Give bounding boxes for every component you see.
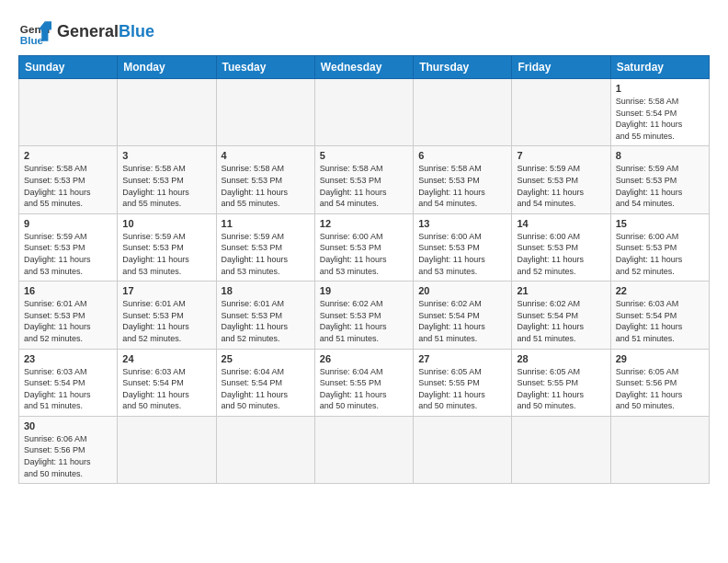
week-row-4: 23Sunrise: 6:03 AM Sunset: 5:54 PM Dayli… bbox=[19, 349, 710, 416]
day-number: 19 bbox=[320, 285, 408, 296]
day-number: 15 bbox=[616, 218, 704, 229]
weekday-saturday: Saturday bbox=[610, 56, 709, 79]
day-number: 2 bbox=[24, 150, 112, 161]
day-info: Sunrise: 5:58 AM Sunset: 5:53 PM Dayligh… bbox=[418, 163, 506, 209]
week-row-5: 30Sunrise: 6:06 AM Sunset: 5:56 PM Dayli… bbox=[19, 416, 710, 483]
weekday-thursday: Thursday bbox=[414, 56, 512, 79]
calendar-table: SundayMondayTuesdayWednesdayThursdayFrid… bbox=[18, 55, 710, 484]
day-info: Sunrise: 5:58 AM Sunset: 5:53 PM Dayligh… bbox=[222, 163, 310, 209]
calendar-cell: 14Sunrise: 6:00 AM Sunset: 5:53 PM Dayli… bbox=[512, 213, 610, 281]
day-info: Sunrise: 5:58 AM Sunset: 5:54 PM Dayligh… bbox=[616, 96, 704, 142]
calendar-cell: 1Sunrise: 5:58 AM Sunset: 5:54 PM Daylig… bbox=[610, 79, 709, 146]
day-number: 29 bbox=[616, 353, 704, 364]
calendar-cell: 26Sunrise: 6:04 AM Sunset: 5:55 PM Dayli… bbox=[314, 349, 413, 416]
header: General Blue GeneralBlue bbox=[18, 15, 710, 48]
calendar-cell: 2Sunrise: 5:58 AM Sunset: 5:53 PM Daylig… bbox=[19, 146, 118, 213]
day-info: Sunrise: 6:00 AM Sunset: 5:53 PM Dayligh… bbox=[616, 231, 704, 277]
calendar-cell: 7Sunrise: 5:59 AM Sunset: 5:53 PM Daylig… bbox=[512, 146, 610, 213]
day-number: 11 bbox=[222, 218, 310, 229]
day-number: 28 bbox=[517, 353, 605, 364]
weekday-monday: Monday bbox=[118, 56, 216, 79]
day-number: 13 bbox=[418, 218, 506, 229]
calendar-cell: 25Sunrise: 6:04 AM Sunset: 5:54 PM Dayli… bbox=[216, 349, 314, 416]
calendar-cell: 27Sunrise: 6:05 AM Sunset: 5:55 PM Dayli… bbox=[414, 349, 512, 416]
calendar-cell bbox=[314, 79, 413, 146]
day-number: 21 bbox=[517, 285, 605, 296]
day-number: 25 bbox=[222, 353, 310, 364]
calendar-cell: 11Sunrise: 5:59 AM Sunset: 5:53 PM Dayli… bbox=[216, 213, 314, 281]
calendar-cell: 20Sunrise: 6:02 AM Sunset: 5:54 PM Dayli… bbox=[414, 282, 512, 349]
calendar-cell bbox=[216, 79, 314, 146]
day-info: Sunrise: 5:58 AM Sunset: 5:53 PM Dayligh… bbox=[320, 163, 408, 209]
week-row-0: 1Sunrise: 5:58 AM Sunset: 5:54 PM Daylig… bbox=[19, 79, 710, 146]
day-info: Sunrise: 6:00 AM Sunset: 5:53 PM Dayligh… bbox=[418, 231, 506, 277]
calendar-cell bbox=[216, 416, 314, 483]
day-number: 6 bbox=[418, 150, 506, 161]
calendar-cell: 17Sunrise: 6:01 AM Sunset: 5:53 PM Dayli… bbox=[118, 282, 216, 349]
calendar-cell: 24Sunrise: 6:03 AM Sunset: 5:54 PM Dayli… bbox=[118, 349, 216, 416]
day-info: Sunrise: 5:59 AM Sunset: 5:53 PM Dayligh… bbox=[24, 231, 112, 277]
calendar-cell: 18Sunrise: 6:01 AM Sunset: 5:53 PM Dayli… bbox=[216, 282, 314, 349]
day-info: Sunrise: 6:00 AM Sunset: 5:53 PM Dayligh… bbox=[320, 231, 408, 277]
day-number: 9 bbox=[24, 218, 112, 229]
calendar-cell: 28Sunrise: 6:05 AM Sunset: 5:55 PM Dayli… bbox=[512, 349, 610, 416]
day-info: Sunrise: 5:59 AM Sunset: 5:53 PM Dayligh… bbox=[616, 163, 704, 209]
day-info: Sunrise: 6:05 AM Sunset: 5:55 PM Dayligh… bbox=[517, 366, 605, 412]
calendar-cell bbox=[512, 79, 610, 146]
day-number: 20 bbox=[418, 285, 506, 296]
day-number: 16 bbox=[24, 285, 112, 296]
calendar-cell: 6Sunrise: 5:58 AM Sunset: 5:53 PM Daylig… bbox=[414, 146, 512, 213]
calendar-cell: 21Sunrise: 6:02 AM Sunset: 5:54 PM Dayli… bbox=[512, 282, 610, 349]
page: General Blue GeneralBlue SundayMondayTue… bbox=[0, 0, 728, 493]
calendar-cell: 9Sunrise: 5:59 AM Sunset: 5:53 PM Daylig… bbox=[19, 213, 118, 281]
calendar-cell: 29Sunrise: 6:05 AM Sunset: 5:56 PM Dayli… bbox=[610, 349, 709, 416]
logo-text: GeneralBlue bbox=[57, 23, 154, 40]
day-info: Sunrise: 5:58 AM Sunset: 5:53 PM Dayligh… bbox=[122, 163, 210, 209]
day-number: 27 bbox=[418, 353, 506, 364]
day-info: Sunrise: 5:59 AM Sunset: 5:53 PM Dayligh… bbox=[122, 231, 210, 277]
week-row-1: 2Sunrise: 5:58 AM Sunset: 5:53 PM Daylig… bbox=[19, 146, 710, 213]
day-number: 24 bbox=[122, 353, 210, 364]
calendar-cell: 30Sunrise: 6:06 AM Sunset: 5:56 PM Dayli… bbox=[19, 416, 118, 483]
day-info: Sunrise: 6:05 AM Sunset: 5:55 PM Dayligh… bbox=[418, 366, 506, 412]
day-info: Sunrise: 6:03 AM Sunset: 5:54 PM Dayligh… bbox=[616, 298, 704, 344]
day-info: Sunrise: 6:02 AM Sunset: 5:54 PM Dayligh… bbox=[517, 298, 605, 344]
calendar-cell: 10Sunrise: 5:59 AM Sunset: 5:53 PM Dayli… bbox=[118, 213, 216, 281]
weekday-friday: Friday bbox=[512, 56, 610, 79]
day-info: Sunrise: 6:05 AM Sunset: 5:56 PM Dayligh… bbox=[616, 366, 704, 412]
svg-text:Blue: Blue bbox=[20, 34, 44, 46]
calendar-cell bbox=[118, 79, 216, 146]
weekday-sunday: Sunday bbox=[19, 56, 118, 79]
day-info: Sunrise: 6:03 AM Sunset: 5:54 PM Dayligh… bbox=[24, 366, 112, 412]
calendar-cell bbox=[19, 79, 118, 146]
calendar-cell: 13Sunrise: 6:00 AM Sunset: 5:53 PM Dayli… bbox=[414, 213, 512, 281]
day-number: 23 bbox=[24, 353, 112, 364]
day-info: Sunrise: 6:04 AM Sunset: 5:54 PM Dayligh… bbox=[222, 366, 310, 412]
day-number: 14 bbox=[517, 218, 605, 229]
day-number: 18 bbox=[222, 285, 310, 296]
day-number: 22 bbox=[616, 285, 704, 296]
week-row-3: 16Sunrise: 6:01 AM Sunset: 5:53 PM Dayli… bbox=[19, 282, 710, 349]
day-number: 10 bbox=[122, 218, 210, 229]
day-info: Sunrise: 6:06 AM Sunset: 5:56 PM Dayligh… bbox=[24, 433, 112, 479]
calendar-cell: 3Sunrise: 5:58 AM Sunset: 5:53 PM Daylig… bbox=[118, 146, 216, 213]
day-info: Sunrise: 5:58 AM Sunset: 5:53 PM Dayligh… bbox=[24, 163, 112, 209]
calendar-cell bbox=[314, 416, 413, 483]
day-number: 1 bbox=[616, 83, 704, 94]
day-info: Sunrise: 6:04 AM Sunset: 5:55 PM Dayligh… bbox=[320, 366, 408, 412]
day-info: Sunrise: 5:59 AM Sunset: 5:53 PM Dayligh… bbox=[222, 231, 310, 277]
day-info: Sunrise: 6:00 AM Sunset: 5:53 PM Dayligh… bbox=[517, 231, 605, 277]
day-number: 4 bbox=[222, 150, 310, 161]
calendar-cell bbox=[414, 416, 512, 483]
weekday-header-row: SundayMondayTuesdayWednesdayThursdayFrid… bbox=[19, 56, 710, 79]
calendar-cell: 22Sunrise: 6:03 AM Sunset: 5:54 PM Dayli… bbox=[610, 282, 709, 349]
day-number: 3 bbox=[122, 150, 210, 161]
day-number: 12 bbox=[320, 218, 408, 229]
calendar-cell: 15Sunrise: 6:00 AM Sunset: 5:53 PM Dayli… bbox=[610, 213, 709, 281]
calendar-cell: 12Sunrise: 6:00 AM Sunset: 5:53 PM Dayli… bbox=[314, 213, 413, 281]
calendar-cell: 19Sunrise: 6:02 AM Sunset: 5:53 PM Dayli… bbox=[314, 282, 413, 349]
day-number: 26 bbox=[320, 353, 408, 364]
calendar-cell: 4Sunrise: 5:58 AM Sunset: 5:53 PM Daylig… bbox=[216, 146, 314, 213]
calendar-cell: 23Sunrise: 6:03 AM Sunset: 5:54 PM Dayli… bbox=[19, 349, 118, 416]
day-info: Sunrise: 6:01 AM Sunset: 5:53 PM Dayligh… bbox=[222, 298, 310, 344]
